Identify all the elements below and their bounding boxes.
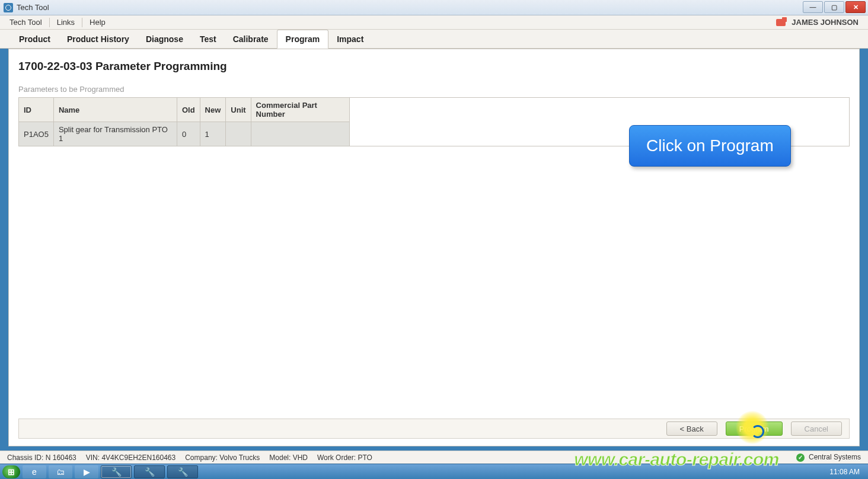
window-titlebar: Tech Tool — ▢ ✕ xyxy=(0,0,868,15)
main-tabs: Product Product History Diagnose Test Ca… xyxy=(0,30,868,49)
check-icon: ✓ xyxy=(796,454,805,462)
status-model: Model: VHD xyxy=(269,454,308,462)
menubar: Tech Tool Links Help JAMES JOHNSON xyxy=(0,15,868,30)
task-media-icon[interactable]: ▶ xyxy=(75,465,98,478)
menu-separator xyxy=(49,18,50,27)
footer-buttons: < Back Program Cancel xyxy=(18,419,850,439)
tab-test[interactable]: Test xyxy=(192,30,225,48)
task-techtool-3[interactable]: 🔧 xyxy=(167,465,198,478)
menu-links[interactable]: Links xyxy=(51,16,81,28)
minimize-button[interactable]: — xyxy=(803,1,823,13)
user-icon xyxy=(776,19,786,26)
col-cpn[interactable]: Commercial Part Number xyxy=(251,98,349,122)
window-controls: — ▢ ✕ xyxy=(803,1,866,13)
cell-id: P1AO5 xyxy=(19,122,54,146)
tab-impact[interactable]: Impact xyxy=(328,30,372,48)
user-area[interactable]: JAMES JOHNSON xyxy=(776,18,864,27)
subheading: Parameters to be Programmed xyxy=(18,85,850,94)
col-old[interactable]: Old xyxy=(177,98,200,122)
tab-calibrate[interactable]: Calibrate xyxy=(225,30,277,48)
task-explorer-icon[interactable]: 🗂 xyxy=(49,465,72,478)
app-icon xyxy=(4,3,13,12)
maximize-button[interactable]: ▢ xyxy=(824,1,844,13)
task-techtool-1[interactable]: 🔧 xyxy=(101,465,132,478)
table-header-row: ID Name Old New Unit Commercial Part Num… xyxy=(19,98,850,122)
instruction-callout: Click on Program xyxy=(629,125,791,167)
window-title: Tech Tool xyxy=(17,3,49,12)
status-bar: Chassis ID: N 160463 VIN: 4V4KC9EH2EN160… xyxy=(0,451,868,464)
taskbar-clock[interactable]: 11:08 AM xyxy=(829,468,866,476)
col-rest xyxy=(349,98,849,122)
cell-old: 0 xyxy=(177,122,200,146)
tab-diagnose[interactable]: Diagnose xyxy=(138,30,192,48)
col-name[interactable]: Name xyxy=(53,98,177,122)
status-chassis: Chassis ID: N 160463 xyxy=(7,454,76,462)
content-area: 1700-22-03-03 Parameter Programming Para… xyxy=(8,49,860,446)
cell-unit xyxy=(226,122,251,146)
col-unit[interactable]: Unit xyxy=(226,98,251,122)
menu-help[interactable]: Help xyxy=(84,16,111,28)
status-vin: VIN: 4V4KC9EH2EN160463 xyxy=(86,454,175,462)
task-ie-icon[interactable]: e xyxy=(23,465,46,478)
status-company: Company: Volvo Trucks xyxy=(185,454,260,462)
col-new[interactable]: New xyxy=(200,98,226,122)
cell-cpn xyxy=(251,122,349,146)
close-button[interactable]: ✕ xyxy=(845,1,866,13)
task-techtool-2[interactable]: 🔧 xyxy=(134,465,165,478)
cancel-button: Cancel xyxy=(791,421,842,436)
tab-product-history[interactable]: Product History xyxy=(59,30,138,48)
menu-techtool[interactable]: Tech Tool xyxy=(4,16,48,28)
status-connection: ✓ Central Systems xyxy=(796,453,861,462)
cell-new: 1 xyxy=(200,122,226,146)
start-button[interactable]: ⊞ xyxy=(2,465,20,478)
program-button[interactable]: Program xyxy=(726,421,783,436)
status-workorder: Work Order: PTO xyxy=(317,454,372,462)
cell-name: Split gear for Transmission PTO 1 xyxy=(53,122,177,146)
page-title: 1700-22-03-03 Parameter Programming xyxy=(18,60,850,73)
back-button[interactable]: < Back xyxy=(666,421,717,436)
taskbar: ⊞ e 🗂 ▶ 🔧 🔧 🔧 11:08 AM xyxy=(0,464,868,479)
user-name: JAMES JOHNSON xyxy=(792,18,859,27)
col-id[interactable]: ID xyxy=(19,98,54,122)
tab-program[interactable]: Program xyxy=(277,30,329,49)
menu-separator xyxy=(82,18,82,27)
tab-product[interactable]: Product xyxy=(11,30,59,48)
